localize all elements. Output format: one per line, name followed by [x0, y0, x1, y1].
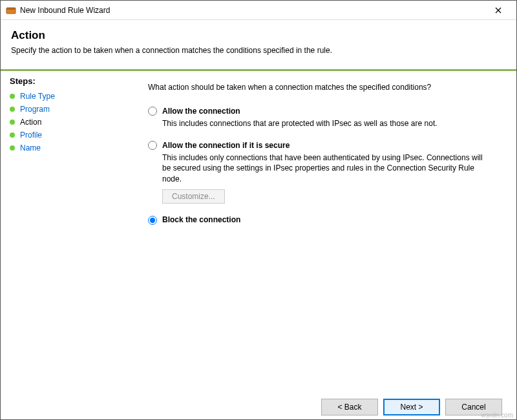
- window-title: New Inbound Rule Wizard: [20, 6, 485, 15]
- wizard-footer: < Back Next > Cancel: [321, 399, 502, 415]
- step-link[interactable]: Rule Type: [20, 92, 55, 101]
- step-link[interactable]: Name: [20, 143, 41, 152]
- bullet-icon: [10, 120, 15, 125]
- radio-secure[interactable]: Allow the connection if it is secure: [148, 140, 498, 150]
- back-button[interactable]: < Back: [321, 399, 378, 415]
- option-secure-label: Allow the connection if it is secure: [162, 141, 290, 150]
- radio-block-input[interactable]: [148, 216, 157, 225]
- close-icon[interactable]: [485, 1, 511, 19]
- step-current: Action: [20, 118, 41, 127]
- app-icon: [6, 5, 16, 16]
- radio-allow[interactable]: Allow the connection: [148, 106, 498, 116]
- step-link[interactable]: Profile: [20, 131, 42, 140]
- option-block-label: Block the connection: [162, 215, 240, 224]
- option-block: Block the connection: [148, 215, 498, 225]
- step-profile[interactable]: Profile: [10, 129, 121, 142]
- option-secure: Allow the connection if it is secure Thi…: [148, 140, 498, 204]
- page-subtitle: Specify the action to be taken when a co…: [11, 46, 506, 55]
- step-name[interactable]: Name: [10, 142, 121, 154]
- step-link[interactable]: Program: [20, 105, 50, 114]
- next-button[interactable]: Next >: [383, 399, 440, 415]
- option-allow-desc: This includes connections that are prote…: [162, 118, 492, 129]
- wizard-header: Action Specify the action to be taken wh…: [1, 20, 516, 63]
- step-program[interactable]: Program: [10, 103, 121, 116]
- radio-secure-input[interactable]: [148, 141, 157, 150]
- steps-heading: Steps:: [10, 76, 121, 86]
- radio-allow-input[interactable]: [148, 107, 157, 116]
- watermark: wsxdn.com: [481, 412, 513, 419]
- step-action: Action: [10, 116, 121, 129]
- option-allow-label: Allow the connection: [162, 107, 240, 116]
- svg-rect-1: [6, 8, 16, 10]
- bullet-icon: [10, 94, 15, 99]
- option-secure-desc: This includes only connections that have…: [162, 152, 492, 184]
- radio-block[interactable]: Block the connection: [148, 215, 498, 225]
- titlebar: New Inbound Rule Wizard: [1, 1, 516, 20]
- steps-sidebar: Steps: Rule Type Program Action Profile …: [1, 71, 130, 410]
- page-title: Action: [11, 29, 506, 42]
- bullet-icon: [10, 145, 15, 151]
- bullet-icon: [10, 107, 15, 112]
- option-allow: Allow the connection This includes conne…: [148, 106, 498, 129]
- customize-button: Customize...: [162, 189, 225, 204]
- prompt-text: What action should be taken when a conne…: [148, 83, 498, 92]
- bullet-icon: [10, 132, 15, 138]
- step-rule-type[interactable]: Rule Type: [10, 90, 121, 103]
- main-panel: What action should be taken when a conne…: [130, 71, 516, 410]
